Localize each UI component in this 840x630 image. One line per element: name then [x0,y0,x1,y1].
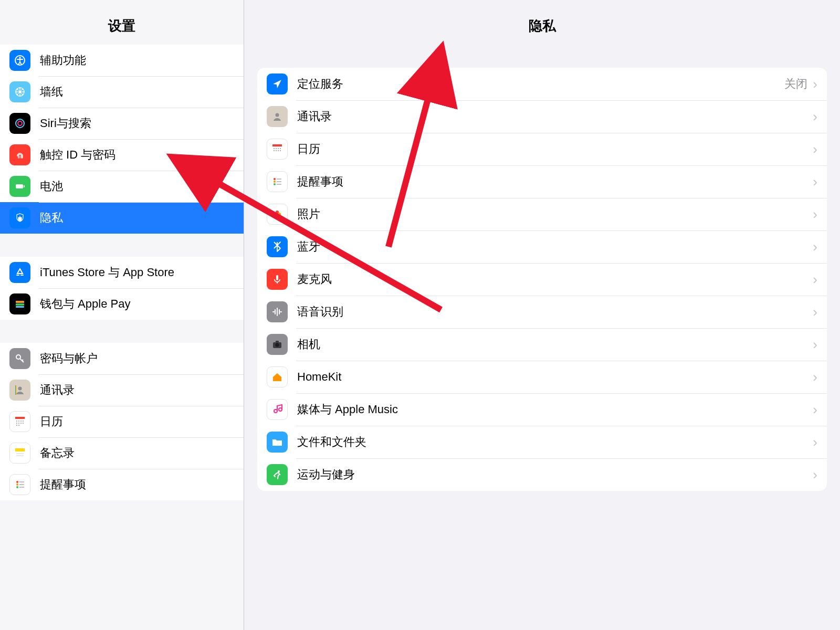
sidebar-item-touchid[interactable]: 触控 ID 与密码 [0,139,244,171]
accessibility-icon [9,50,30,71]
settings-sidebar: 设置 辅助功能 墙纸 Siri与搜索 触控 ID 与密码 电池 隐私 [0,0,244,630]
wallet-icon [9,293,30,314]
contacts-app-icon [9,380,30,401]
privacy-item-fitness[interactable]: 运动与健身 › [257,458,827,491]
sidebar-item-wallet[interactable]: 钱包与 Apple Pay [0,288,244,320]
bluetooth-icon [267,236,288,257]
privacy-item-speech[interactable]: 语音识别 › [257,296,827,328]
chevron-right-icon: › [813,109,817,125]
app-store-icon [9,262,30,283]
privacy-item-label: 通讯录 [297,109,807,124]
privacy-item-label: 照片 [297,206,807,222]
sidebar-item-calendar[interactable]: 日历 [0,406,244,437]
privacy-item-value: 关闭 [784,76,807,92]
privacy-item-label: 蓝牙 [297,239,807,255]
location-icon [267,74,288,94]
sidebar-item-label: iTunes Store 与 App Store [40,265,174,280]
chevron-right-icon: › [813,369,817,385]
chevron-right-icon: › [813,304,817,320]
sidebar-item-label: 密码与帐户 [40,351,98,366]
music-icon [267,399,288,420]
svg-point-27 [16,425,17,426]
sidebar-item-siri[interactable]: Siri与搜索 [0,108,244,139]
svg-rect-10 [24,185,25,187]
sidebar-item-label: 隐私 [40,210,63,226]
sidebar-item-label: 电池 [40,178,63,194]
privacy-item-photos[interactable]: 照片 › [257,198,827,230]
sidebar-item-label: 提醒事项 [40,477,86,492]
svg-point-50 [274,183,276,185]
speech-icon [267,301,288,322]
fitness-icon [267,464,288,485]
detail-pane: 隐私 定位服务 关闭 › 通讯录 › 日历 › 提醒事项 › 照片 › [244,0,840,630]
key-icon [9,348,30,369]
privacy-item-location[interactable]: 定位服务 关闭 › [257,68,827,100]
svg-point-42 [278,148,279,149]
privacy-item-label: 日历 [297,141,807,157]
sidebar-item-notes[interactable]: 备忘录 [0,437,244,469]
privacy-item-contacts[interactable]: 通讯录 › [257,100,827,133]
svg-point-46 [278,150,279,151]
sidebar-item-label: Siri与搜索 [40,116,91,131]
sidebar-item-contacts[interactable]: 通讯录 [0,374,244,406]
privacy-item-bluetooth[interactable]: 蓝牙 › [257,230,827,263]
chevron-right-icon: › [813,76,817,92]
privacy-item-camera[interactable]: 相机 › [257,328,827,361]
folder-icon [267,432,288,453]
sidebar-item-privacy[interactable]: 隐私 [0,202,244,234]
svg-point-57 [274,213,277,216]
svg-point-49 [274,181,276,183]
camera-icon [267,334,288,355]
chevron-right-icon: › [813,174,817,190]
chevron-right-icon: › [813,141,817,158]
privacy-item-label: 语音识别 [297,304,807,320]
sidebar-item-passwords[interactable]: 密码与帐户 [0,343,244,374]
sidebar-item-battery[interactable]: 电池 [0,171,244,202]
svg-point-26 [23,423,24,424]
svg-rect-17 [15,385,16,395]
svg-point-24 [18,423,19,424]
chevron-right-icon: › [813,206,817,223]
microphone-icon [267,269,288,290]
privacy-item-homekit[interactable]: HomeKit › [257,361,827,393]
privacy-item-reminders[interactable]: 提醒事项 › [257,165,827,198]
siri-icon [9,113,30,134]
sidebar-item-label: 备忘录 [40,445,75,461]
sidebar-title: 设置 [0,0,244,45]
svg-point-43 [280,148,281,149]
wallpaper-icon [9,81,30,102]
privacy-item-label: 定位服务 [297,76,784,92]
svg-rect-61 [276,341,279,343]
svg-point-41 [276,148,277,149]
svg-rect-13 [16,306,24,308]
sidebar-item-accessibility[interactable]: 辅助功能 [0,45,244,76]
touch-id-icon [9,144,30,165]
sidebar-item-wallpaper[interactable]: 墙纸 [0,76,244,108]
svg-point-15 [18,387,22,391]
svg-point-14 [16,355,20,359]
notes-app-icon [9,443,30,464]
svg-rect-29 [15,448,25,452]
chevron-right-icon: › [813,337,817,353]
privacy-item-media[interactable]: 媒体与 Apple Music › [257,393,827,426]
svg-point-7 [16,119,24,128]
svg-point-48 [274,178,276,180]
svg-rect-12 [16,303,24,306]
privacy-item-label: 麦克风 [297,271,807,287]
privacy-item-microphone[interactable]: 麦克风 › [257,263,827,296]
sidebar-item-label: 墙纸 [40,84,63,100]
homekit-icon [267,366,288,387]
sidebar-item-appstore[interactable]: iTunes Store 与 App Store [0,257,244,288]
sidebar-item-reminders[interactable]: 提醒事项 [0,469,244,500]
privacy-item-calendar[interactable]: 日历 › [257,133,827,165]
sidebar-item-label: 通讯录 [40,382,75,398]
privacy-item-files[interactable]: 文件和文件夹 › [257,426,827,458]
svg-point-32 [16,481,18,483]
svg-point-33 [16,484,18,486]
chevron-right-icon: › [813,239,817,255]
calendar-icon [267,139,288,160]
sidebar-item-label: 辅助功能 [40,52,86,68]
privacy-list: 定位服务 关闭 › 通讯录 › 日历 › 提醒事项 › 照片 › 蓝牙 › [257,68,827,491]
svg-point-25 [20,423,22,424]
battery-menu-icon [9,176,30,197]
